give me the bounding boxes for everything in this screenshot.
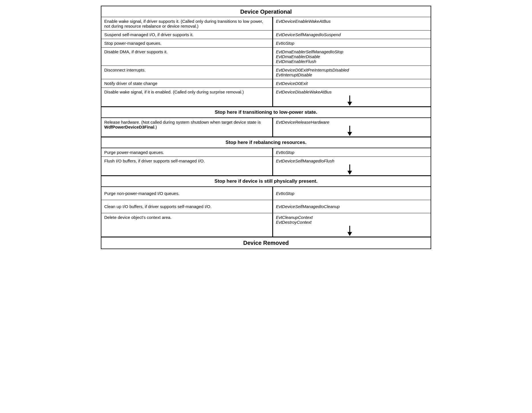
purge-pm-left: Purge power-managed queues. bbox=[101, 148, 273, 157]
table-row: Flush I/O buffers, if driver supports se… bbox=[101, 157, 431, 176]
section4-table: Purge non-power-managed I/O queues. EvtI… bbox=[101, 187, 431, 237]
row3-left: Stop power-managed queues. bbox=[101, 39, 273, 48]
purge-npm-left: Purge non-power-managed I/O queues. bbox=[101, 187, 273, 200]
row4-right: EvtDmaEnablerSelfManagedIoStop EvtDmaEna… bbox=[273, 48, 431, 66]
cleanup-io-right: EvtDeviceSelfManagedIoCleanup bbox=[273, 200, 431, 213]
row1-right: EvtDeviceEnableWakeAtBus bbox=[273, 17, 431, 30]
table-row: Purge non-power-managed I/O queues. EvtI… bbox=[101, 187, 431, 200]
row4-left: Disable DMA, if driver supports it. bbox=[101, 48, 273, 66]
row6-right: EvtDeviceD0Exit bbox=[273, 79, 431, 88]
release-hw-right: EvtDeviceReleaseHardware bbox=[273, 118, 431, 137]
row7-left: Disable wake signal, if it is enabled. (… bbox=[101, 88, 273, 107]
svg-marker-1 bbox=[347, 102, 352, 106]
section-header-1: Stop here if transitioning to low-power … bbox=[101, 107, 431, 118]
section-header-3: Stop here if device is still physically … bbox=[101, 176, 431, 187]
delete-dev-right: EvtCleanupContext EvtDestroyContext bbox=[273, 213, 431, 237]
arrow-down-icon-2 bbox=[346, 126, 354, 136]
cleanup-io-left: Clean up I/O buffers, if driver supports… bbox=[101, 200, 273, 213]
row1-left: Enable wake signal, if driver supports i… bbox=[101, 17, 273, 30]
table-row: Enable wake signal, if driver supports i… bbox=[101, 17, 431, 30]
section-header-2: Stop here if rebalancing resources. bbox=[101, 137, 431, 148]
row6-left: Notify driver of state change bbox=[101, 79, 273, 88]
table-row: Delete device object's context area. Evt… bbox=[101, 213, 431, 237]
row3-right: EvtIoStop bbox=[273, 39, 431, 48]
section3-table: Purge power-managed queues. EvtIoStop Fl… bbox=[101, 148, 431, 176]
table-row: Disconnect interrupts. EvtDeviceD0ExitPr… bbox=[101, 66, 431, 79]
section2-table: Release hardware. (Not called during sys… bbox=[101, 118, 431, 137]
row2-right: EvtDeviceSelfManagedIoSuspend bbox=[273, 30, 431, 39]
flush-io-right: EvtDeviceSelfManagedIoFlush bbox=[273, 157, 431, 176]
arrow-down-icon bbox=[346, 95, 354, 106]
purge-pm-right: EvtIoStop bbox=[273, 148, 431, 157]
row5-right: EvtDeviceD0ExitPreInterruptsDisabled Evt… bbox=[273, 66, 431, 79]
row7-right: EvtDeviceDisableWakeAtBus bbox=[273, 88, 431, 107]
release-hw-left: Release hardware. (Not called during sys… bbox=[101, 118, 273, 137]
svg-marker-7 bbox=[347, 232, 352, 236]
table-row: Disable wake signal, if it is enabled. (… bbox=[101, 88, 431, 107]
main-container: Device Operational Enable wake signal, i… bbox=[101, 6, 431, 249]
page-title: Device Operational bbox=[101, 6, 431, 17]
flush-io-left: Flush I/O buffers, if driver supports se… bbox=[101, 157, 273, 176]
svg-marker-5 bbox=[347, 171, 352, 175]
page-footer: Device Removed bbox=[101, 237, 431, 249]
delete-dev-left: Delete device object's context area. bbox=[101, 213, 273, 237]
table-row: Purge power-managed queues. EvtIoStop bbox=[101, 148, 431, 157]
purge-npm-right: EvtIoStop bbox=[273, 187, 431, 200]
table-row: Disable DMA, if driver supports it. EvtD… bbox=[101, 48, 431, 66]
row2-left: Suspend self-managed I/O, if driver supp… bbox=[101, 30, 273, 39]
table-row: Release hardware. (Not called during sys… bbox=[101, 118, 431, 137]
table-row: Suspend self-managed I/O, if driver supp… bbox=[101, 30, 431, 39]
table-row: Stop power-managed queues. EvtIoStop bbox=[101, 39, 431, 48]
svg-marker-3 bbox=[347, 132, 352, 136]
arrow-down-icon-3 bbox=[346, 164, 354, 175]
main-table: Enable wake signal, if driver supports i… bbox=[101, 17, 431, 107]
arrow-down-icon-4 bbox=[346, 226, 354, 236]
table-row: Clean up I/O buffers, if driver supports… bbox=[101, 200, 431, 213]
row5-left: Disconnect interrupts. bbox=[101, 66, 273, 79]
table-row: Notify driver of state change EvtDeviceD… bbox=[101, 79, 431, 88]
